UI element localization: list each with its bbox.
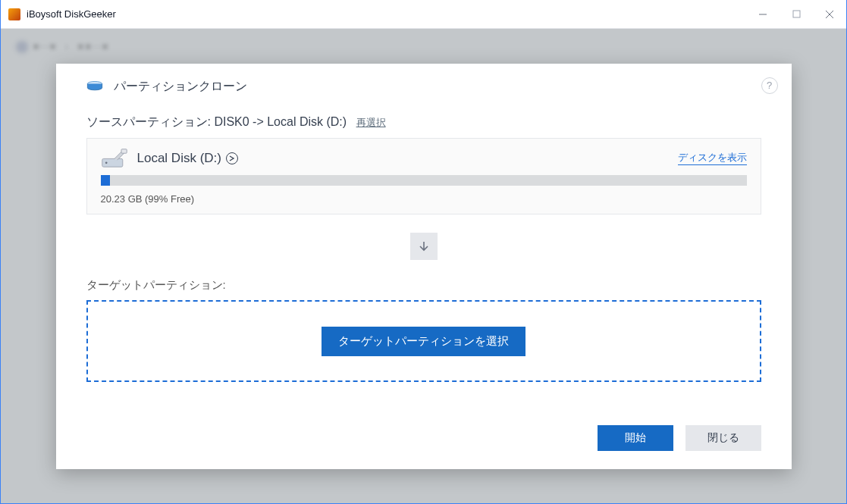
help-icon: ? bbox=[767, 80, 772, 91]
reselect-link[interactable]: 再選択 bbox=[356, 117, 386, 128]
titlebar: iBoysoft DiskGeeker bbox=[1, 0, 846, 29]
target-label: ターゲットパーティション: bbox=[86, 278, 761, 293]
svg-point-6 bbox=[105, 161, 107, 164]
maximize-button[interactable] bbox=[780, 0, 813, 28]
dialog-header: パーティションクローン bbox=[86, 79, 761, 95]
close-dialog-button[interactable]: 閉じる bbox=[685, 425, 761, 451]
usage-bar bbox=[101, 175, 747, 186]
usage-text: 20.23 GB (99% Free) bbox=[101, 193, 747, 205]
maximize-icon bbox=[792, 10, 801, 18]
close-button[interactable] bbox=[813, 0, 846, 28]
help-button[interactable]: ? bbox=[761, 77, 778, 94]
arrow-down-icon bbox=[418, 240, 430, 252]
window-controls bbox=[746, 0, 846, 28]
show-disk-link[interactable]: ディスクを表示 bbox=[678, 151, 747, 165]
source-disk-name: Local Disk (D:) bbox=[137, 151, 221, 166]
source-partition-line: ソースパーティション: DISK0 -> Local Disk (D:) 再選択 bbox=[86, 114, 761, 130]
svg-rect-1 bbox=[793, 11, 800, 17]
app-icon bbox=[8, 8, 20, 20]
minimize-icon bbox=[758, 10, 767, 19]
minimize-button[interactable] bbox=[746, 0, 780, 28]
source-partition-card: Local Disk (D:) ディスクを表示 20.23 GB (99% Fr… bbox=[86, 138, 761, 215]
source-card-top: Local Disk (D:) ディスクを表示 bbox=[101, 148, 747, 170]
app-window: iBoysoft DiskGeeker ■--■ › ■■--■ ? bbox=[0, 0, 847, 504]
expand-arrow-icon[interactable] bbox=[226, 152, 238, 164]
start-button[interactable]: 開始 bbox=[598, 425, 673, 451]
app-title: iBoysoft DiskGeeker bbox=[27, 8, 746, 20]
select-target-button[interactable]: ターゲットパーティションを選択 bbox=[322, 327, 525, 356]
target-drop-zone[interactable]: ターゲットパーティションを選択 bbox=[86, 300, 761, 382]
dialog-footer: 開始 閉じる bbox=[86, 407, 761, 451]
direction-arrow bbox=[410, 233, 438, 260]
source-path: DISK0 -> Local Disk (D:) bbox=[214, 115, 347, 128]
hdd-icon bbox=[101, 148, 128, 170]
usage-bar-fill bbox=[101, 175, 111, 186]
source-card-left: Local Disk (D:) bbox=[101, 148, 238, 170]
svg-rect-7 bbox=[121, 149, 126, 152]
source-label: ソースパーティション: bbox=[86, 115, 211, 128]
disk-icon bbox=[86, 81, 103, 92]
app-body-background: ■--■ › ■■--■ ? パーティションクローン ソースパーティション: D… bbox=[1, 29, 846, 503]
blurred-breadcrumb: ■--■ › ■■--■ bbox=[16, 39, 109, 53]
close-icon bbox=[825, 10, 834, 19]
dialog-title: パーティションクローン bbox=[114, 79, 247, 95]
clone-dialog: ? パーティションクローン ソースパーティション: DISK0 -> Local… bbox=[56, 64, 792, 469]
